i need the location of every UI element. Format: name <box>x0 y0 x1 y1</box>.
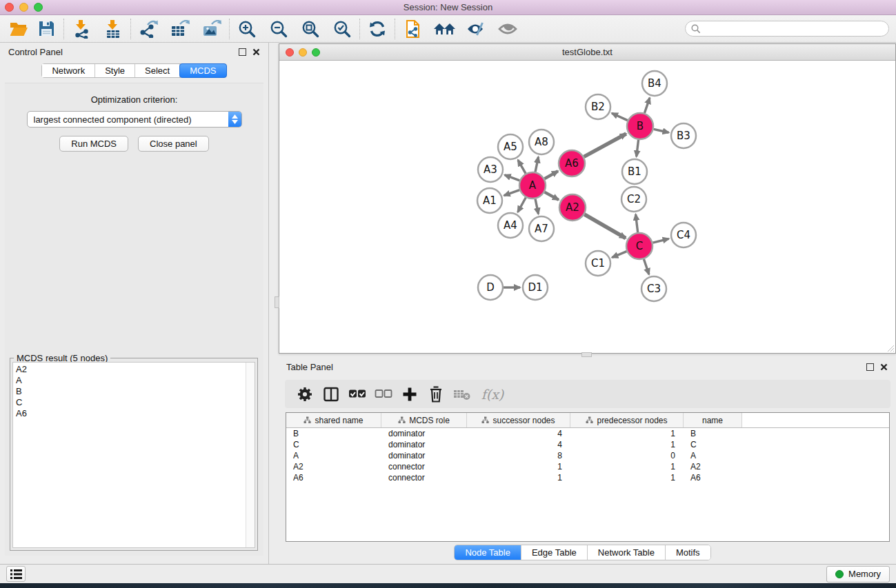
criterion-dropdown[interactable]: largest connected component (directed) <box>27 111 242 128</box>
tab-edge-table[interactable]: Edge Table <box>521 545 588 560</box>
close-panel-button[interactable]: Close panel <box>138 136 209 152</box>
export-image-button[interactable] <box>200 18 223 40</box>
splitter-handle-bottom[interactable] <box>581 352 592 357</box>
tab-node-table[interactable]: Node Table <box>455 545 521 560</box>
splitter-handle-left[interactable] <box>275 296 279 308</box>
delete-column-button[interactable] <box>423 383 449 406</box>
run-mcds-button[interactable]: Run MCDS <box>59 136 128 152</box>
zoom-fit-button[interactable] <box>299 18 322 40</box>
node-C2[interactable]: C2 <box>621 187 646 212</box>
node-B3[interactable]: B3 <box>671 123 696 148</box>
edge-B-B3[interactable] <box>654 129 669 132</box>
list-item[interactable]: A2 <box>16 364 243 375</box>
tab-network-table[interactable]: Network Table <box>588 545 666 560</box>
network-from-file-button[interactable] <box>401 18 424 40</box>
column-header-predecessor-nodes[interactable]: predecessor nodes <box>570 413 684 427</box>
node-A7[interactable]: A7 <box>529 216 554 241</box>
close-panel-icon[interactable] <box>252 48 260 56</box>
tab-network[interactable]: Network <box>42 64 95 77</box>
import-table-button[interactable] <box>101 18 125 40</box>
search-input[interactable] <box>701 24 883 34</box>
column-header-successor-nodes[interactable]: successor nodes <box>467 413 570 427</box>
node-C4[interactable]: C4 <box>671 223 696 247</box>
tab-mcds[interactable]: MCDS <box>179 63 226 78</box>
import-network-button[interactable] <box>70 18 93 40</box>
column-header-name[interactable]: name <box>684 413 742 427</box>
node-A1[interactable]: A1 <box>477 188 502 213</box>
edge-C-C4[interactable] <box>653 239 668 243</box>
resize-grip-icon[interactable] <box>886 344 895 352</box>
table-close-panel-icon[interactable] <box>880 363 888 371</box>
select-all-button[interactable] <box>344 383 370 406</box>
refresh-button[interactable] <box>366 18 389 40</box>
edge-A-A8[interactable] <box>535 157 539 172</box>
edge-A-A6[interactable] <box>544 171 558 179</box>
zoom-selected-button[interactable] <box>330 18 354 40</box>
edge-C-C1[interactable] <box>612 252 626 258</box>
function-builder-button[interactable]: f(x) <box>475 383 510 406</box>
edge-A-A1[interactable] <box>504 190 519 196</box>
task-history-button[interactable] <box>6 566 26 582</box>
show-all-button[interactable] <box>496 18 519 40</box>
edge-B-B2[interactable] <box>612 113 628 120</box>
zoom-in-button[interactable] <box>235 18 259 40</box>
node-A4[interactable]: A4 <box>498 213 523 238</box>
memory-button[interactable]: Memory <box>826 566 890 582</box>
edge-A-A2[interactable] <box>545 192 559 200</box>
list-item[interactable]: C <box>16 397 243 408</box>
hide-selected-button[interactable] <box>464 18 488 40</box>
table-row[interactable]: Adominator80A <box>286 450 889 461</box>
edge-A-A7[interactable] <box>535 199 539 214</box>
node-D1[interactable]: D1 <box>523 275 548 300</box>
deselect-all-button[interactable] <box>370 383 397 406</box>
edge-C-C3[interactable] <box>644 259 649 274</box>
table-settings-button[interactable] <box>292 383 318 406</box>
tab-motifs[interactable]: Motifs <box>666 545 710 560</box>
node-A[interactable]: A <box>519 172 546 199</box>
edge-A-A4[interactable] <box>518 198 526 212</box>
table-row[interactable]: Bdominator41B <box>286 428 889 439</box>
delete-table-button[interactable] <box>449 383 475 406</box>
float-panel-icon[interactable] <box>239 48 246 56</box>
add-column-button[interactable] <box>397 383 423 406</box>
table-row[interactable]: A2connector11A2 <box>286 461 889 472</box>
node-C3[interactable]: C3 <box>641 276 666 301</box>
node-C[interactable]: C <box>626 233 653 259</box>
node-B4[interactable]: B4 <box>642 71 667 96</box>
save-session-button[interactable] <box>34 18 58 40</box>
list-item[interactable]: A <box>16 375 243 386</box>
table-row[interactable]: A6connector11A6 <box>286 472 889 483</box>
node-B[interactable]: B <box>627 113 653 139</box>
node-B1[interactable]: B1 <box>622 159 647 184</box>
network-window-titlebar[interactable]: testGlobe.txt <box>279 44 895 61</box>
export-table-button[interactable] <box>168 18 192 40</box>
edge-A2-C[interactable] <box>584 214 626 239</box>
node-B2[interactable]: B2 <box>586 94 610 119</box>
tab-style[interactable]: Style <box>95 64 135 77</box>
export-network-button[interactable] <box>137 18 160 40</box>
edge-B-B4[interactable] <box>644 98 650 113</box>
column-header-shared-name[interactable]: shared name <box>286 413 381 427</box>
list-item[interactable]: B <box>16 386 243 397</box>
table-float-panel-icon[interactable] <box>866 363 874 371</box>
node-C1[interactable]: C1 <box>586 251 610 276</box>
edge-A-A3[interactable] <box>505 175 520 181</box>
open-file-button[interactable] <box>7 18 30 40</box>
list-scrollbar[interactable] <box>246 363 255 547</box>
node-A8[interactable]: A8 <box>529 130 554 154</box>
edge-C-C2[interactable] <box>636 214 638 232</box>
node-A6[interactable]: A6 <box>559 150 585 176</box>
node-A5[interactable]: A5 <box>498 134 523 159</box>
node-A3[interactable]: A3 <box>478 157 503 182</box>
edge-B-B1[interactable] <box>637 140 639 156</box>
network-canvas[interactable]: AA1A2A3A4A5A6A7A8BB1B2B3B4CC1C2C3C4DD1 <box>279 61 895 353</box>
edge-A6-B[interactable] <box>584 134 626 156</box>
search-field[interactable] <box>685 21 889 37</box>
node-D[interactable]: D <box>478 275 503 300</box>
column-header-mcds-role[interactable]: MCDS role <box>381 413 467 427</box>
home-button[interactable] <box>432 18 456 40</box>
table-row[interactable]: Cdominator41C <box>286 439 889 450</box>
zoom-out-button[interactable] <box>267 18 290 40</box>
list-item[interactable]: A6 <box>16 408 243 419</box>
split-view-button[interactable] <box>318 383 344 406</box>
